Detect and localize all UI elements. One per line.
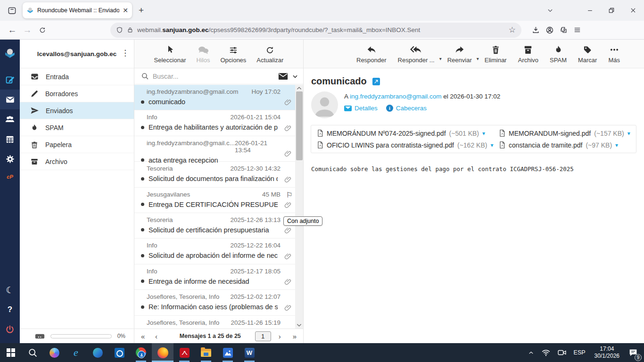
attachment-item[interactable]: MEMORÁNDUM Nº074-2025-signed.pdf(~501 KB… [317, 129, 499, 137]
attachment-menu-caret-icon[interactable]: ▾ [490, 142, 493, 148]
clock[interactable]: 17:04 30/1/2026 [591, 346, 623, 360]
attachment-item[interactable]: OFICIO LIWINS para contratista-signed.pd… [317, 141, 499, 149]
account-icon[interactable] [545, 26, 554, 34]
message-row[interactable]: Info2025-12-17 18:05 Entrega de informe … [134, 264, 296, 290]
compose-button[interactable] [0, 70, 20, 90]
cpanel-logo-icon[interactable]: cP [0, 169, 20, 185]
firefox-view-icon[interactable] [5, 4, 19, 17]
select-button[interactable]: Seleccionar [154, 44, 186, 68]
firefox-icon[interactable] [152, 343, 173, 362]
recipient-email-link[interactable]: ing.freddyzambrano@gmail.com [350, 93, 442, 100]
rail-contacts-button[interactable] [0, 109, 20, 129]
message-row[interactable]: Jesusgavilanes45 MB Entrega DE CERTIFICA… [134, 188, 296, 213]
tab-list-chevron-icon[interactable] [543, 4, 557, 17]
photos-icon[interactable] [217, 343, 239, 362]
language-indicator[interactable]: ESP [571, 343, 588, 362]
rail-mail-button[interactable] [0, 90, 20, 109]
minimize-button[interactable] [579, 0, 601, 21]
notification-center-icon[interactable]: 9 [626, 343, 640, 362]
attachment-item[interactable]: MEMORANDUM-signed.pdf(~157 KB)▾ [499, 129, 630, 137]
message-row[interactable]: Joseflores, Tesoreria, Info2025-12-02 12… [134, 290, 296, 315]
scrollbar-thumb[interactable] [296, 91, 303, 160]
scroll-up-icon[interactable] [295, 85, 303, 91]
search-input[interactable] [153, 73, 274, 80]
restore-button[interactable] [601, 0, 622, 21]
new-tab-button[interactable]: + [139, 5, 144, 16]
threads-button[interactable]: Hilos [197, 44, 210, 68]
more-button[interactable]: Más [608, 44, 620, 68]
folder-item-borradores[interactable]: Borradores [20, 85, 134, 102]
forward-button[interactable]: → [20, 23, 35, 38]
menu-hamburger-icon[interactable] [573, 26, 581, 34]
reload-button[interactable] [35, 23, 50, 38]
reply-all-button[interactable]: Responder ... [398, 44, 435, 68]
account-menu-kebab-icon[interactable]: ⋮ [121, 48, 129, 58]
open-in-new-window-icon[interactable] [372, 78, 380, 85]
options-button[interactable]: Opciones [220, 44, 246, 68]
start-button[interactable] [0, 343, 22, 362]
back-button[interactable]: ← [5, 23, 20, 38]
reply-button[interactable]: Responder [356, 44, 387, 68]
copilot-icon[interactable] [43, 343, 65, 362]
scroll-down-icon[interactable] [295, 322, 303, 329]
attachment-menu-caret-icon[interactable]: ▾ [615, 142, 618, 148]
url-text[interactable]: webmail.sanjuan.gob.ec/cpsess9598262699/… [137, 26, 505, 33]
bookmark-star-icon[interactable]: ☆ [509, 25, 516, 35]
taskbar-search-icon[interactable] [22, 343, 43, 362]
spam-button[interactable]: SPAM [550, 44, 567, 68]
first-page-button[interactable]: « [141, 332, 155, 340]
folder-item-enviados[interactable]: Enviados [20, 102, 134, 119]
delete-button[interactable]: Eliminar [485, 44, 507, 68]
message-row[interactable]: Tesoreria2025-12-30 14:32 Solicitud de d… [134, 162, 296, 187]
acrobat-icon[interactable] [173, 343, 195, 362]
message-row[interactable]: Info2025-12-22 16:04 Solicitud de aproba… [134, 239, 296, 264]
message-row[interactable]: ing.freddyzambrano@gmail.comHoy 17:02 co… [134, 85, 296, 110]
forward-button[interactable]: Reenviar [447, 44, 472, 68]
details-link[interactable]: Detalles [344, 105, 378, 112]
rail-settings-button[interactable] [0, 149, 20, 169]
logout-power-icon[interactable] [0, 320, 20, 339]
chrome-icon[interactable] [130, 343, 152, 362]
shield-icon[interactable] [116, 26, 123, 34]
attachment-item[interactable]: constancia de tramite.pdf(~97 KB)▾ [499, 141, 630, 149]
folder-item-papelera[interactable]: Papelera [20, 136, 134, 153]
file-explorer-icon[interactable] [195, 343, 217, 362]
close-button[interactable] [622, 0, 644, 21]
next-page-button[interactable]: › [279, 332, 293, 340]
tab-close-icon[interactable]: ✕ [123, 7, 128, 14]
wifi-icon[interactable] [539, 343, 553, 362]
dark-mode-moon-icon[interactable]: ☾ [0, 280, 20, 300]
reply-all-caret-icon[interactable]: ▾ [439, 56, 442, 61]
refresh-button[interactable]: Actualizar [256, 44, 283, 68]
url-bar[interactable]: webmail.sanjuan.gob.ec/cpsess9598262699/… [110, 23, 521, 38]
attachment-menu-caret-icon[interactable]: ▾ [482, 130, 485, 137]
help-icon[interactable]: ? [0, 300, 20, 320]
search-scope-envelope-icon[interactable] [278, 73, 288, 80]
folder-item-entrada[interactable]: Entrada [20, 68, 134, 85]
extensions-icon[interactable] [560, 26, 568, 34]
rail-calendar-button[interactable] [0, 129, 20, 149]
outlook-icon[interactable] [108, 343, 130, 362]
message-row[interactable]: Tesoreria2025-12-26 13:13 Solicitud de c… [134, 213, 296, 239]
mark-button[interactable]: Marcar [578, 44, 597, 68]
folder-item-spam[interactable]: SPAM [20, 119, 134, 136]
last-page-button[interactable]: » [293, 332, 297, 340]
lock-icon[interactable] [127, 26, 133, 33]
prev-page-button[interactable]: ‹ [155, 332, 169, 340]
list-scrollbar[interactable] [295, 85, 303, 329]
attachment-menu-caret-icon[interactable]: ▾ [627, 130, 630, 137]
edge-icon[interactable] [87, 343, 108, 362]
internet-explorer-icon[interactable]: e [65, 343, 87, 362]
message-row[interactable]: Joseflores, Tesoreria, Info2025-11-26 15… [134, 316, 296, 329]
word-icon[interactable]: W [239, 343, 260, 362]
message-row[interactable]: ing.freddyzambrano@gmail.c...2026-01-21 … [134, 136, 296, 162]
downloads-icon[interactable] [532, 26, 540, 34]
folder-item-archivo[interactable]: Archivo [20, 153, 134, 170]
tray-chevron-icon[interactable] [526, 343, 537, 362]
meet-now-icon[interactable] [555, 343, 569, 362]
headers-link[interactable]: iCabeceras [386, 105, 427, 112]
message-row[interactable]: Info2026-01-21 15:04 Entrega de habilita… [134, 110, 296, 136]
search-options-chevron-icon[interactable] [292, 73, 298, 80]
archive-button[interactable]: Archivo [518, 44, 538, 68]
page-number-input[interactable]: 1 [255, 331, 271, 341]
